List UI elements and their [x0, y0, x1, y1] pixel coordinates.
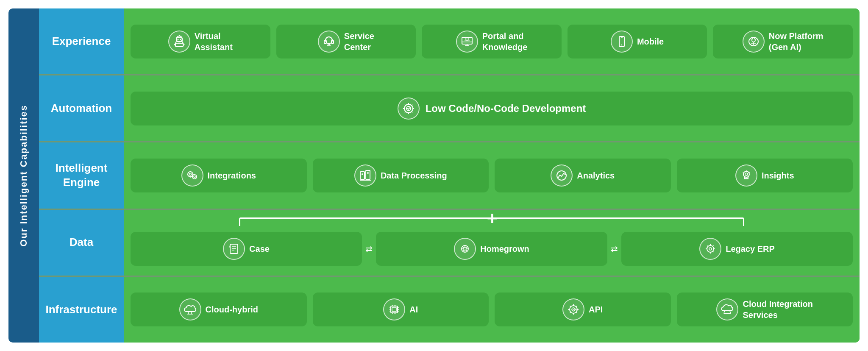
analytics-icon: [551, 164, 573, 187]
data-processing-card[interactable]: Data Processing: [313, 159, 489, 192]
svg-rect-33: [366, 170, 370, 179]
arrow-case-homegrown: ⇄: [362, 244, 376, 254]
intelligent-engine-row: IntelligentEngine: [39, 142, 860, 209]
data-processing-icon: [354, 164, 376, 187]
arrow-left-icon: ⇄: [611, 244, 618, 254]
data-processing-text: Data Processing: [381, 170, 447, 181]
svg-point-37: [557, 171, 566, 180]
svg-point-46: [464, 248, 466, 250]
gears-icon: [185, 168, 200, 183]
insights-icon: [735, 164, 757, 187]
intelligent-engine-content: Integrations Data Processing: [124, 142, 860, 208]
arrow-homegrown-legacy: ⇄: [607, 244, 621, 254]
mobile-icon: [611, 31, 633, 53]
monitor-icon: [460, 35, 474, 48]
phone-icon: [615, 35, 629, 48]
automation-label: Automation: [51, 101, 112, 116]
svg-point-25: [754, 39, 756, 40]
portal-knowledge-text: Portal andKnowledge: [482, 31, 528, 53]
ai-card[interactable]: AI: [313, 292, 489, 326]
experience-row: Experience: [39, 8, 860, 75]
ai-chip-icon: [387, 302, 401, 317]
network-icon: [459, 242, 471, 255]
ai-text: AI: [409, 304, 418, 315]
experience-label-cell: Experience: [39, 8, 124, 74]
svg-point-31: [194, 176, 195, 178]
legacy-erp-card[interactable]: Legacy ERP: [621, 232, 853, 266]
infrastructure-row: Infrastructure Cloud-hybrid: [39, 277, 860, 343]
case-card[interactable]: Case: [131, 232, 362, 266]
data-cards: Case ⇄: [131, 226, 853, 272]
svg-rect-32: [360, 172, 364, 179]
main-wrapper: Our Intelligent Capabilities Experience: [0, 0, 868, 351]
virtual-assistant-text: VirtualAssistant: [195, 31, 233, 53]
cloud-services-icon: [720, 302, 734, 317]
now-platform-card[interactable]: Now Platform(Gen AI): [713, 25, 853, 58]
cloud-hybrid-card[interactable]: Cloud-hybrid: [131, 292, 307, 326]
svg-rect-6: [175, 43, 183, 47]
api-icon: API: [562, 298, 584, 320]
svg-text:API: API: [572, 308, 577, 311]
low-code-text: Low Code/No-Code Development: [426, 102, 586, 115]
intelligent-engine-label-cell: IntelligentEngine: [39, 142, 124, 208]
svg-point-55: [707, 245, 714, 252]
vertical-label-container: Our Intelligent Capabilities: [8, 8, 39, 343]
case-text: Case: [249, 243, 270, 254]
svg-point-34: [362, 173, 363, 175]
api-card[interactable]: API API: [495, 292, 671, 326]
svg-line-52: [466, 250, 467, 251]
intelligent-engine-label: IntelligentEngine: [56, 161, 108, 190]
analytics-chart-icon: [554, 168, 569, 183]
virtual-assistant-card[interactable]: VirtualAssistant: [131, 25, 270, 58]
integrations-card[interactable]: Integrations: [131, 159, 307, 192]
data-row: Data ✛: [39, 210, 860, 277]
data-chart-icon: [358, 168, 373, 183]
now-platform-icon: [743, 31, 765, 53]
svg-point-3: [180, 39, 181, 40]
mobile-text: Mobile: [637, 36, 664, 47]
brain-icon: [747, 35, 760, 48]
svg-point-38: [743, 171, 749, 177]
svg-line-54: [463, 250, 465, 251]
analytics-card[interactable]: Analytics: [495, 159, 671, 192]
api-gear-icon: API: [566, 302, 581, 317]
svg-point-56: [709, 248, 712, 250]
document-icon: [228, 242, 240, 255]
integrations-text: Integrations: [208, 170, 256, 181]
legacy-erp-icon: [699, 238, 721, 260]
portal-knowledge-card[interactable]: Portal andKnowledge: [422, 25, 562, 58]
svg-line-53: [466, 247, 467, 248]
experience-content: VirtualAssistant ServiceCenter: [124, 8, 860, 74]
cloud-icon: [183, 302, 198, 317]
ai-icon: [383, 298, 405, 320]
infrastructure-label-cell: Infrastructure: [39, 277, 124, 343]
low-code-card[interactable]: Low Code/No-Code Development: [131, 92, 853, 125]
mobile-card[interactable]: Mobile: [568, 25, 707, 58]
svg-point-16: [466, 38, 468, 40]
cloud-integration-card[interactable]: Cloud IntegrationServices: [677, 292, 853, 326]
cloud-integration-icon: [716, 298, 738, 320]
svg-point-2: [177, 39, 178, 40]
integrations-icon: [181, 164, 203, 187]
insights-card[interactable]: Insights: [677, 159, 853, 192]
data-connector: ✛: [131, 213, 853, 226]
service-center-icon: [318, 31, 340, 53]
automation-content: Low Code/No-Code Development: [124, 75, 860, 141]
svg-point-20: [621, 44, 622, 45]
data-content: ✛ Case: [124, 210, 860, 276]
svg-point-40: [745, 173, 748, 176]
low-code-icon: [398, 98, 420, 120]
lightbulb-gear-icon: [739, 168, 754, 183]
svg-point-24: [751, 39, 752, 40]
svg-rect-59: [392, 307, 396, 312]
svg-point-35: [367, 172, 369, 174]
data-label-cell: Data: [39, 210, 124, 276]
homegrown-card[interactable]: Homegrown: [376, 232, 607, 266]
svg-line-51: [463, 247, 465, 248]
service-center-card[interactable]: ServiceCenter: [276, 25, 416, 58]
api-text: API: [589, 304, 603, 315]
case-icon: [223, 238, 245, 260]
erp-gear-icon: [704, 242, 717, 255]
connector-plus: ✛: [487, 213, 497, 225]
service-center-text: ServiceCenter: [344, 31, 374, 53]
